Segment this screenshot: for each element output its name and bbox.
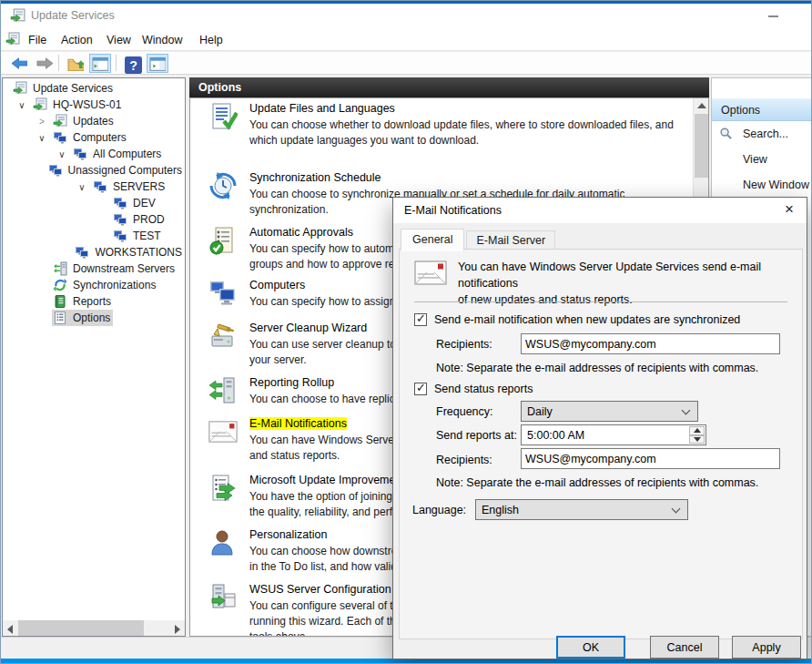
- send-status-reports-label: Send status reports: [434, 383, 533, 395]
- close-icon[interactable]: ×: [774, 198, 805, 222]
- expand-icon[interactable]: >: [32, 117, 52, 127]
- send-reports-at-value: 5:00:00 AM: [527, 429, 584, 442]
- tree-item-workstations[interactable]: WORKSTATIONS: [3, 244, 185, 260]
- ok-button[interactable]: OK: [556, 636, 625, 659]
- unassigned-computers-icon: [48, 163, 64, 178]
- back-arrow-icon[interactable]: [8, 54, 30, 73]
- minimize-button[interactable]: [768, 15, 778, 17]
- recipients-label-2: Recipients:: [436, 454, 492, 466]
- automatic-approvals-icon: [208, 226, 239, 257]
- collapse-icon[interactable]: ∨: [52, 149, 72, 159]
- action-new-window-from-here[interactable]: New Window from Here: [712, 172, 811, 198]
- tree-item-dev[interactable]: DEV: [3, 195, 185, 211]
- console-tree-pane: Update Services∨HQ-WSUS-01>Updates∨Compu…: [2, 77, 186, 637]
- tree-item-synchronizations[interactable]: Synchronizations: [3, 277, 185, 293]
- send-status-reports-checkbox[interactable]: ✓: [414, 383, 427, 395]
- email-notifications-dialog: E-Mail Notifications × General E-Mail Se…: [392, 197, 807, 659]
- cancel-button[interactable]: Cancel: [650, 636, 719, 659]
- tree-item-options[interactable]: Options: [3, 310, 185, 326]
- option-description: which update languages you want to downl…: [249, 133, 674, 148]
- dialog-intro-text: You can have Windows Server Update Servi…: [458, 259, 799, 308]
- recipients-note-1: Note: Separate the e-mail addresses of r…: [436, 362, 758, 374]
- collapse-icon[interactable]: ∨: [32, 133, 52, 143]
- tab-general[interactable]: General: [401, 229, 464, 251]
- scroll-up-icon[interactable]: [697, 103, 706, 108]
- menu-file[interactable]: File: [25, 32, 50, 48]
- tree-item-computers[interactable]: ∨Computers: [3, 129, 185, 146]
- tree-item-hq-wsus-01[interactable]: ∨HQ-WSUS-01: [3, 97, 185, 113]
- actions-group-options[interactable]: Options: [712, 98, 811, 121]
- action-view[interactable]: View: [712, 147, 811, 172]
- apply-button[interactable]: Apply: [732, 636, 801, 659]
- action-label: New Window from Here: [743, 179, 812, 191]
- tree-item-unassigned-computers[interactable]: Unassigned Computers: [3, 162, 185, 179]
- tree-item-label: Computers: [73, 131, 127, 144]
- tree-item-test[interactable]: TEST: [3, 228, 185, 244]
- reports-icon: [53, 294, 68, 309]
- tree-item-label: Updates: [73, 115, 114, 128]
- show-console-tree-icon[interactable]: [89, 54, 111, 73]
- menu-view[interactable]: View: [103, 32, 135, 48]
- scrollbar-thumb[interactable]: [18, 620, 144, 636]
- tree-item-label: DEV: [133, 197, 156, 209]
- computers-icon: [208, 279, 239, 310]
- scroll-left-icon[interactable]: [7, 625, 13, 634]
- spin-down-icon[interactable]: [689, 435, 705, 444]
- language-dropdown[interactable]: English: [475, 499, 688, 520]
- up-one-level-icon[interactable]: [65, 54, 86, 73]
- recipients-input-1[interactable]: [521, 333, 780, 354]
- collapse-icon[interactable]: ∨: [72, 182, 92, 192]
- dialog-title-bar: E-Mail Notifications: [393, 198, 807, 223]
- tree-item-label: Synchronizations: [73, 279, 156, 291]
- wsus-server-configuration-wizard-icon: [208, 583, 239, 614]
- send-notification-checkbox[interactable]: ✓: [414, 313, 427, 326]
- frequency-value: Daily: [527, 405, 553, 418]
- synchronizations-icon: [53, 278, 68, 292]
- tree-item-label: Downstream Servers: [73, 262, 175, 275]
- update-files-and-languages-icon: [208, 102, 239, 133]
- recipients-label-1: Recipients:: [436, 338, 492, 351]
- general-tab-page: You can have Windows Server Update Servi…: [399, 249, 803, 639]
- tree-horizontal-scrollbar[interactable]: [3, 620, 185, 636]
- tree-item-update-services[interactable]: Update Services: [3, 80, 185, 97]
- tree-item-servers[interactable]: ∨SERVERS: [3, 179, 185, 195]
- action-search[interactable]: Search...: [712, 121, 811, 147]
- update-services-icon: [13, 81, 28, 96]
- menu-action[interactable]: Action: [57, 32, 96, 48]
- dev-icon: [113, 196, 128, 210]
- tree-item-prod[interactable]: PROD: [3, 211, 185, 228]
- spin-up-icon[interactable]: [689, 426, 705, 435]
- email-icon: [414, 260, 447, 286]
- action-label: View: [743, 153, 767, 166]
- tree-item-label: PROD: [133, 213, 165, 226]
- scroll-right-icon[interactable]: [175, 625, 180, 634]
- tree-item-label: Reports: [73, 295, 111, 308]
- frequency-label: Frequency:: [436, 405, 493, 418]
- tree-item-updates[interactable]: >Updates: [3, 113, 185, 129]
- downstream-servers-icon: [53, 261, 68, 276]
- collapse-icon[interactable]: ∨: [12, 100, 32, 110]
- action-label: Search...: [743, 128, 788, 140]
- tree-item-label: HQ-WSUS-01: [53, 98, 121, 111]
- new-window-icon[interactable]: [147, 54, 168, 73]
- help-icon[interactable]: ?: [122, 54, 144, 73]
- search-icon: [719, 127, 736, 141]
- microsoft-update-improvement-program-icon: [208, 474, 239, 505]
- tree-item-reports[interactable]: Reports: [3, 293, 185, 310]
- send-reports-at-spinner[interactable]: 5:00:00 AM: [521, 424, 706, 445]
- frequency-dropdown[interactable]: Daily: [521, 401, 698, 422]
- menu-help[interactable]: Help: [196, 32, 227, 48]
- recipients-input-2[interactable]: [521, 448, 780, 469]
- svg-text:?: ?: [129, 57, 137, 72]
- synchronization-schedule-icon: [208, 171, 239, 202]
- scrollbar-thumb[interactable]: [695, 114, 708, 178]
- tree-item-all-computers[interactable]: ∨All Computers: [3, 146, 185, 162]
- test-icon: [113, 229, 128, 243]
- app-icon-small: [5, 32, 20, 46]
- tree-item-downstream-servers[interactable]: Downstream Servers: [3, 260, 185, 277]
- menu-window[interactable]: Window: [138, 32, 186, 48]
- tree-item-label: Update Services: [33, 82, 113, 95]
- prod-icon: [113, 212, 128, 227]
- option-item-update-files-and-languages[interactable]: Update Files and LanguagesYou can choose…: [208, 102, 693, 148]
- forward-arrow-icon[interactable]: [34, 54, 56, 73]
